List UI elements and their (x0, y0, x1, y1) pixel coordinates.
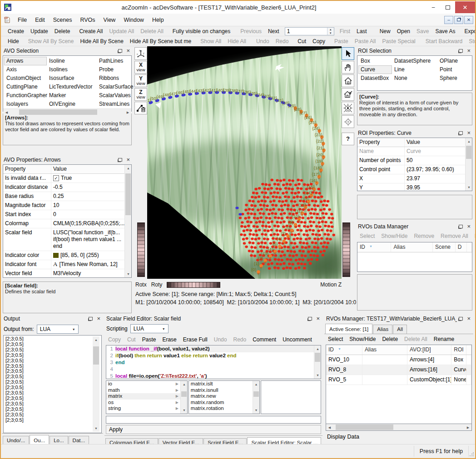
column-header-avo-id[interactable]: AVO:[ID] (407, 345, 451, 355)
property-row-start-index[interactable]: Start index0 (3, 210, 124, 219)
3d-viewport[interactable]: {51}{50}{49}{48}{47}{46}{45}{44}{43}{42}… (147, 46, 342, 279)
roty-label[interactable]: Roty (151, 281, 163, 288)
scene-number-spinner[interactable]: ▲▼ (285, 27, 334, 35)
list-item-oplane[interactable]: OPlane (437, 57, 469, 65)
vertical-scrollbar[interactable]: ▲ ▼ (180, 381, 187, 413)
display-data-button[interactable]: Display Data (324, 431, 473, 444)
float-panel-icon[interactable] (459, 317, 463, 321)
toolbar-button-update[interactable]: Update (27, 27, 51, 36)
close-panel-icon[interactable]: × (125, 157, 131, 163)
toolbar-button-redo[interactable]: Redo (230, 336, 249, 344)
vertical-scrollbar[interactable]: ▲ ▼ (124, 165, 131, 277)
toolbar-button-create-all[interactable]: Create All (76, 27, 106, 36)
column-header-id[interactable]: ID▼ (326, 345, 362, 355)
float-panel-icon[interactable] (459, 49, 463, 53)
list-item-scalarvalues[interactable]: ScalarValues (97, 91, 131, 100)
toolbar-button-erase-full[interactable]: Erase Full (180, 336, 210, 344)
pan-mode-button[interactable] (342, 61, 354, 74)
column-header-scene[interactable]: Scene (433, 242, 456, 252)
list-item-pathlines[interactable]: PathLines (97, 57, 131, 65)
list-item-arrows[interactable]: Arrows (4, 57, 47, 65)
library-item-math[interactable]: math▶ (106, 387, 180, 393)
tab-lo[interactable]: Lo... (50, 436, 68, 445)
library-item-os[interactable]: os▶ (106, 400, 180, 405)
list-item-isoline[interactable]: Isoline (47, 57, 97, 65)
table-row[interactable]: RVO_5CustomObject:[1]None (326, 375, 471, 385)
toolbar-button-paste[interactable]: Paste (139, 336, 159, 344)
x-view-button[interactable]: Xview (134, 61, 147, 74)
list-item-datasetsphere[interactable]: DatasetSphere (392, 57, 437, 65)
property-row-name[interactable]: NameCurve (357, 147, 465, 156)
menu-help[interactable]: Help (148, 14, 168, 26)
toolbar-button-new[interactable]: New (377, 27, 394, 36)
delete-curve-button[interactable] (134, 102, 147, 114)
toolbar-button-select[interactable]: Select (357, 232, 377, 240)
toolbar-button-delete-all[interactable]: Delete All (402, 335, 430, 343)
list-item-functiongrapher[interactable]: FunctionGrapher (4, 91, 47, 100)
list-item-curve[interactable]: Curve (358, 65, 392, 74)
function-list[interactable]: matrix.isltmatrix.isnullmatrix.newmatrix… (188, 380, 260, 414)
list-item-axis[interactable]: Axis (4, 65, 47, 74)
resize-grip[interactable] (469, 452, 474, 457)
menu-file[interactable]: File (14, 14, 31, 26)
list-item-lictexturedvector[interactable]: LicTexturedVector (47, 83, 97, 91)
function-item-matrix-random[interactable]: matrix.random (189, 400, 253, 405)
view-all-button[interactable] (342, 102, 354, 114)
toolbar-button-rename[interactable]: Rename (431, 335, 457, 343)
property-row-is-invalid-data-r[interactable]: Is invalid data r...✓True (3, 174, 124, 183)
tab-all[interactable]: All (393, 325, 407, 334)
checkbox-icon[interactable]: ✓ (53, 175, 59, 181)
scene-number-input[interactable] (285, 28, 327, 35)
tab-alias[interactable]: Alias (373, 325, 392, 334)
home-view-button[interactable] (342, 74, 354, 87)
function-item-matrix-islt[interactable]: matrix.islt (189, 381, 253, 387)
close-panel-icon[interactable]: × (125, 48, 131, 54)
output-log-list[interactable]: [2;3;0.5][2;3;0.5][2;3;0.5][2;3;0.5][2;3… (3, 335, 102, 433)
toolbar-button-delete[interactable]: Delete (51, 27, 74, 36)
list-item-sphere[interactable]: Sphere (437, 74, 469, 83)
list-item-point[interactable]: Point (437, 65, 469, 74)
menu-window[interactable]: Window (119, 14, 148, 26)
close-panel-icon[interactable]: × (466, 224, 471, 229)
toolbar-button-remove[interactable]: Remove (411, 232, 437, 240)
float-panel-icon[interactable] (89, 317, 93, 321)
toolbar-button-save-as[interactable]: Save As (432, 27, 458, 36)
float-panel-icon[interactable] (459, 131, 463, 135)
minimize-button[interactable]: – (426, 2, 441, 12)
toolbar-button-open[interactable]: Open (394, 27, 413, 36)
list-item-none[interactable]: None (392, 74, 437, 83)
close-panel-icon[interactable]: × (466, 316, 471, 321)
y-view-button[interactable]: Yview (134, 74, 147, 87)
property-row-magnitude-factor[interactable]: Magnitude factor10 (3, 201, 124, 210)
code-editor[interactable]: 1local function _if(bool, value1, value2… (106, 345, 321, 379)
toolbar-button-save[interactable]: Save (413, 27, 432, 36)
toolbar-button-next[interactable]: Next (265, 27, 283, 36)
column-header-roi[interactable]: ROI (451, 345, 466, 355)
list-item-probe[interactable]: Probe (97, 65, 131, 74)
toolbar-button-show-all[interactable]: Show All (197, 37, 224, 46)
toolbar-button-create[interactable]: Create (5, 27, 27, 36)
column-header-alias[interactable]: Alias (362, 345, 407, 355)
toolbar-button-paste-all[interactable]: Paste All (352, 37, 379, 46)
scroll-down-icon[interactable]: ▼ (181, 407, 188, 414)
menu-rvos[interactable]: RVOs (76, 14, 99, 26)
list-item-ribbons[interactable]: Ribbons (97, 74, 131, 83)
toolbar-button-update-all[interactable]: Update All (106, 27, 137, 36)
toolbar-button-show-all-by-scene[interactable]: Show All By Scene (25, 37, 77, 46)
toolbar-button-erase[interactable]: Erase (159, 336, 179, 344)
property-row-vector-field[interactable]: Vector fieldM3!Velocity (3, 269, 124, 277)
list-item-scalarsurface[interactable]: ScalarSurface (97, 83, 131, 91)
toolbar-button-start-backward[interactable]: Start Backward (422, 37, 466, 46)
property-row-x[interactable]: X23.97 (357, 174, 465, 183)
property-row-control-point[interactable]: Control point(23.97; 39.95; 0.60) (357, 165, 465, 174)
float-panel-icon[interactable] (308, 317, 312, 321)
mdi-close-button[interactable]: ✕ (464, 16, 473, 24)
scroll-left-icon[interactable]: ◀ (326, 424, 333, 431)
tab-ou[interactable]: Ou... (30, 435, 49, 445)
float-panel-icon[interactable] (459, 225, 463, 228)
toolbar-button-export[interactable]: Export (461, 27, 475, 36)
library-list[interactable]: io▶math▶matrix▶os▶string▶ ▲ ▼ (106, 380, 188, 414)
mdi-restore-button[interactable] (454, 16, 463, 24)
property-row-colormap[interactable]: ColormapCMLM(0;15;RGBA(0;0;255;... (3, 219, 124, 228)
viewer-help-button[interactable]: ? (342, 133, 354, 145)
